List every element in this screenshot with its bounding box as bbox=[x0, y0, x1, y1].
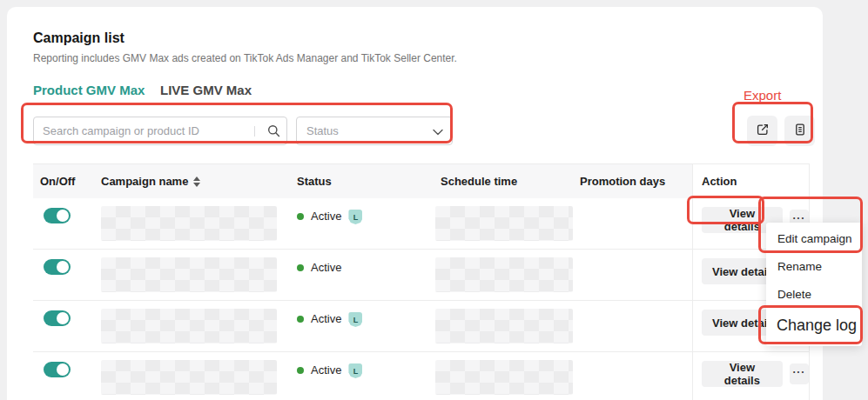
col-header-schedule-time: Schedule time bbox=[434, 164, 573, 198]
promotion-days-cell bbox=[573, 301, 692, 351]
search-icon[interactable] bbox=[262, 124, 285, 137]
live-shield-badge-icon: L bbox=[348, 210, 362, 224]
status-active-dot bbox=[297, 264, 304, 271]
campaign-name-cell bbox=[90, 352, 290, 400]
status-label: Active bbox=[311, 312, 341, 325]
row-actions-context-menu: Edit campaign Rename Delete Change log bbox=[766, 223, 862, 346]
search-divider bbox=[254, 126, 255, 137]
status-cell: Active bbox=[290, 250, 434, 300]
schedule-time-cell bbox=[434, 198, 573, 249]
campaign-toggle[interactable] bbox=[44, 208, 71, 223]
status-label: Active bbox=[311, 363, 341, 377]
toggle-knob bbox=[57, 261, 69, 273]
redacted-campaign-name bbox=[101, 257, 277, 292]
campaign-toggle[interactable] bbox=[44, 310, 71, 326]
menu-item-delete[interactable]: Delete bbox=[766, 280, 862, 308]
col-header-promotion-days: Promotion days bbox=[573, 164, 692, 198]
status-label: Active bbox=[311, 210, 341, 223]
campaign-table: On/Off Campaign name Status Schedule tim… bbox=[33, 163, 810, 400]
redacted-schedule-time bbox=[435, 360, 573, 395]
campaign-name-cell bbox=[90, 250, 290, 300]
on-off-cell bbox=[33, 250, 90, 300]
campaign-toggle[interactable] bbox=[44, 362, 71, 377]
live-shield-badge-icon: L bbox=[348, 312, 362, 327]
table-header-row: On/Off Campaign name Status Schedule tim… bbox=[33, 164, 810, 198]
chevron-down-icon bbox=[433, 123, 443, 139]
toggle-knob bbox=[57, 312, 69, 324]
status-filter-select[interactable]: Status bbox=[296, 117, 453, 145]
on-off-cell bbox=[33, 352, 90, 400]
share-export-icon bbox=[756, 123, 770, 139]
status-active-dot bbox=[297, 316, 304, 323]
status-label: Active bbox=[311, 261, 341, 274]
page-subtitle: Reporting includes GMV Max ads created o… bbox=[33, 52, 457, 64]
page: Campaign list Reporting includes GMV Max… bbox=[0, 0, 868, 400]
menu-item-change-log[interactable]: Change log bbox=[766, 308, 862, 343]
schedule-time-cell bbox=[434, 301, 573, 351]
menu-item-rename[interactable]: Rename bbox=[766, 252, 862, 280]
table-row: Active L View details bbox=[33, 301, 810, 352]
status-active-dot bbox=[297, 367, 304, 374]
report-button[interactable] bbox=[784, 116, 815, 146]
status-active-dot bbox=[297, 213, 304, 220]
live-shield-badge-icon: L bbox=[348, 363, 362, 378]
view-details-button[interactable]: View details bbox=[702, 361, 783, 387]
col-header-status: Status bbox=[290, 164, 434, 198]
promotion-days-cell bbox=[573, 352, 692, 400]
promotion-days-cell bbox=[573, 198, 692, 249]
campaign-list-card: Campaign list Reporting includes GMV Max… bbox=[7, 7, 823, 400]
campaign-name-header-label: Campaign name bbox=[101, 175, 188, 188]
export-annotation-label: Export bbox=[744, 88, 781, 103]
toggle-knob bbox=[57, 363, 69, 376]
redacted-campaign-name bbox=[101, 309, 277, 343]
report-clipboard-icon bbox=[793, 123, 807, 139]
more-actions-button[interactable]: ··· bbox=[790, 363, 809, 384]
redacted-campaign-name bbox=[101, 360, 277, 395]
col-header-campaign-name: Campaign name bbox=[90, 164, 290, 198]
status-cell: Active L bbox=[290, 198, 434, 249]
table-row: Active View details bbox=[33, 250, 810, 301]
campaign-name-cell bbox=[90, 301, 290, 351]
redacted-schedule-time bbox=[435, 257, 573, 292]
promotion-days-cell bbox=[573, 250, 692, 300]
campaign-toggle[interactable] bbox=[44, 259, 71, 275]
status-cell: Active L bbox=[290, 352, 434, 400]
export-button[interactable] bbox=[747, 116, 777, 146]
sort-icon[interactable] bbox=[193, 177, 200, 187]
schedule-time-cell bbox=[434, 352, 573, 400]
redacted-schedule-time bbox=[435, 206, 573, 241]
redacted-schedule-time bbox=[435, 309, 573, 343]
menu-item-edit-campaign[interactable]: Edit campaign bbox=[766, 224, 862, 252]
tab-live-gmv-max[interactable]: LIVE GMV Max bbox=[160, 83, 252, 97]
table-row: Active L View details ··· bbox=[33, 198, 810, 250]
col-header-on-off: On/Off bbox=[33, 164, 90, 198]
toggle-knob bbox=[57, 210, 69, 222]
active-tab-underline bbox=[33, 103, 145, 105]
tab-product-gmv-max[interactable]: Product GMV Max bbox=[33, 83, 145, 97]
campaign-name-cell bbox=[90, 198, 290, 249]
on-off-cell bbox=[33, 198, 90, 249]
on-off-cell bbox=[33, 301, 90, 351]
search-campaign-box[interactable] bbox=[33, 117, 287, 145]
page-title: Campaign list bbox=[33, 30, 124, 46]
search-input[interactable] bbox=[34, 124, 254, 137]
table-row: Active L View details ··· bbox=[33, 352, 810, 400]
schedule-time-cell bbox=[434, 250, 573, 300]
col-header-action: Action bbox=[692, 164, 810, 198]
status-cell: Active L bbox=[290, 301, 434, 351]
redacted-campaign-name bbox=[101, 206, 277, 241]
action-cell: View details ··· bbox=[692, 352, 810, 400]
status-filter-label: Status bbox=[306, 124, 339, 137]
